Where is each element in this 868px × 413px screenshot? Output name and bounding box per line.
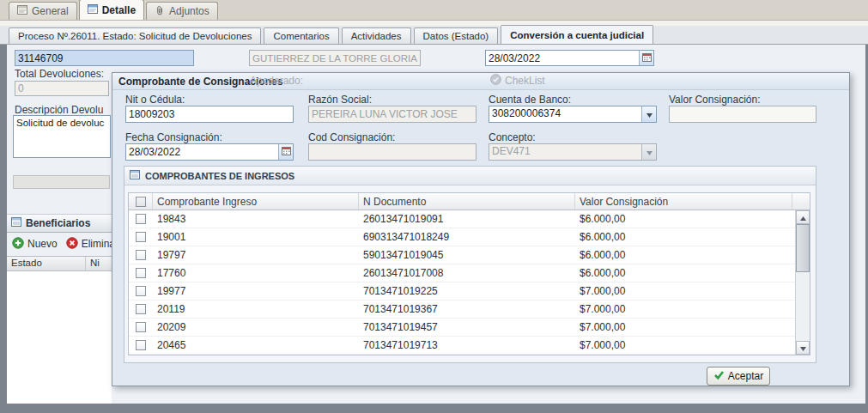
row-checkbox[interactable] xyxy=(136,232,146,242)
column-n-documento[interactable]: N Documento xyxy=(359,193,575,210)
nombre-field[interactable] xyxy=(249,50,421,66)
grid-header-row: Comprobante Ingreso N Documento Valor Co… xyxy=(129,193,810,210)
tab-datos-estado-label: Datos (Estado) xyxy=(423,31,489,41)
cell-documento: 7013471019457 xyxy=(359,321,575,333)
beneficiarios-toolbar: Nuevo Elimina xyxy=(7,233,112,255)
eliminar-button[interactable]: Elimina xyxy=(66,237,112,252)
fecha-consignacion-input[interactable] xyxy=(126,144,278,160)
form-icon xyxy=(17,5,27,17)
tab-proceso-label: Proceso Nº.26011. Estado: Solicitud de D… xyxy=(18,31,252,41)
checkbox-cell xyxy=(129,322,153,332)
cell-valor: $6.000,00 xyxy=(575,231,795,243)
row-checkbox[interactable] xyxy=(136,340,146,350)
tab-detalle[interactable]: Detalle xyxy=(79,0,144,20)
table-row[interactable]: 20119 7013471019367 $7.000,00 xyxy=(129,301,795,319)
row-checkbox[interactable] xyxy=(136,286,146,296)
scroll-up-button[interactable] xyxy=(796,210,810,224)
razon-label: Razón Social: xyxy=(308,94,372,106)
table-row[interactable]: 19797 59013471019045 $6.000,00 xyxy=(129,246,795,264)
beneficiarios-icon xyxy=(11,217,21,229)
app-window: General Detalle Adjuntos Proceso Nº.2601… xyxy=(0,0,868,413)
header-checkbox[interactable] xyxy=(136,197,146,207)
fecha-proceso-field[interactable] xyxy=(485,50,654,66)
tab-general[interactable]: General xyxy=(9,2,77,20)
concepto-label: Concepto: xyxy=(489,131,536,143)
row-checkbox[interactable] xyxy=(136,268,146,278)
concepto-value: DEV471 xyxy=(489,144,641,160)
header-filler xyxy=(792,193,810,210)
aceptar-label: Aceptar xyxy=(728,370,763,382)
scrollbar-track[interactable] xyxy=(796,272,810,341)
row-checkbox[interactable] xyxy=(136,214,146,224)
nit-field[interactable] xyxy=(125,106,294,123)
dialog-titlebar[interactable]: Comprobante de Consignaciones xyxy=(112,73,849,90)
numero-proceso-field[interactable] xyxy=(15,50,194,66)
checkbox-cell xyxy=(129,250,153,260)
cell-comprobante: 17760 xyxy=(153,267,359,279)
grid-scrollbar[interactable] xyxy=(795,210,810,355)
column-comprobante-ingreso[interactable]: Comprobante Ingreso xyxy=(153,193,359,210)
tab-actividades[interactable]: Actividades xyxy=(342,27,411,44)
table-row[interactable]: 17760 26013471017008 $6.000,00 xyxy=(129,264,795,282)
cuenta-banco-combobox[interactable]: 308200006374 xyxy=(489,106,657,123)
table-row[interactable]: 20209 7013471019457 $7.000,00 xyxy=(129,319,795,337)
table-row[interactable]: 19977 7013471019225 $7.000,00 xyxy=(129,282,795,301)
row-checkbox[interactable] xyxy=(136,322,146,332)
nit-label: Nit o Cédula: xyxy=(125,94,185,106)
add-icon xyxy=(12,237,24,252)
cell-documento: 26013471017008 xyxy=(359,267,575,279)
section-tabstrip: Proceso Nº.26011. Estado: Solicitud de D… xyxy=(0,26,868,45)
select-all-cell[interactable] xyxy=(129,193,153,210)
column-valor-consignacion[interactable]: Valor Consignación xyxy=(575,193,792,210)
cell-comprobante: 19001 xyxy=(153,231,359,243)
nuevo-label: Nuevo xyxy=(27,238,58,250)
tab-comentarios[interactable]: Comentarios xyxy=(264,27,338,44)
cell-documento: 59013471019045 xyxy=(359,249,575,261)
fecha-calendar-button[interactable] xyxy=(278,144,293,160)
fecha-consignacion-field[interactable] xyxy=(125,143,294,161)
nuevo-button[interactable]: Nuevo xyxy=(12,237,58,252)
fecha-proceso-input[interactable] xyxy=(486,51,639,65)
cell-documento: 7013471019225 xyxy=(359,285,575,297)
cheklist-label: ChekList xyxy=(505,75,545,87)
form-strip xyxy=(13,175,110,189)
aceptar-button[interactable]: Aceptar xyxy=(707,367,770,386)
calendar-dropdown-button[interactable] xyxy=(639,51,653,65)
descripcion-textarea[interactable]: Solicitud de devoluc xyxy=(13,115,111,158)
concepto-combobox[interactable]: DEV471 xyxy=(489,143,657,161)
row-checkbox[interactable] xyxy=(136,304,146,314)
tab-actividades-label: Actividades xyxy=(351,31,402,41)
cell-documento: 7013471019367 xyxy=(359,303,575,315)
cell-valor: $7.000,00 xyxy=(575,303,795,315)
column-estado[interactable]: Estado xyxy=(7,257,86,270)
cell-comprobante: 20209 xyxy=(153,321,359,333)
row-checkbox[interactable] xyxy=(136,250,146,260)
razon-field[interactable] xyxy=(308,106,476,123)
scrollbar-thumb[interactable] xyxy=(796,224,810,272)
concepto-dropdown-button[interactable] xyxy=(641,144,656,160)
table-row[interactable]: 19001 690313471018249 $6.000,00 xyxy=(129,228,795,246)
descripcion-label: Descripción Devolu xyxy=(15,104,111,116)
checkbox-cell xyxy=(129,340,153,350)
cell-comprobante: 19843 xyxy=(153,213,359,225)
chevron-down-icon xyxy=(646,108,653,120)
cell-valor: $6.000,00 xyxy=(575,267,795,279)
total-devoluciones-field[interactable] xyxy=(15,81,109,96)
valor-consignacion-field[interactable] xyxy=(669,106,816,123)
cell-valor: $6.000,00 xyxy=(575,249,795,261)
tab-comentarios-label: Comentarios xyxy=(273,31,329,41)
tab-datos-estado[interactable]: Datos (Estado) xyxy=(414,27,499,44)
cod-consignacion-field[interactable] xyxy=(308,143,476,161)
table-row[interactable]: 19843 26013471019091 $6.000,00 xyxy=(129,210,795,228)
comprobantes-group-header: COMPROBANTES DE INGRESOS xyxy=(124,167,816,185)
cuenta-dropdown-button[interactable] xyxy=(641,106,656,122)
detail-icon xyxy=(88,4,98,16)
scroll-down-button[interactable] xyxy=(796,341,810,355)
tab-proceso[interactable]: Proceso Nº.26011. Estado: Solicitud de D… xyxy=(9,27,261,44)
cell-documento: 7013471019713 xyxy=(359,339,575,351)
table-row[interactable]: 20465 7013471019713 $7.000,00 xyxy=(129,337,795,355)
column-nit[interactable]: Ni xyxy=(86,257,112,270)
comprobante-dialog: Comprobante de Consignaciones Nit o Cédu… xyxy=(112,72,850,386)
tab-adjuntos[interactable]: Adjuntos xyxy=(146,2,218,20)
tab-conversion-cuenta-judicial[interactable]: Conversión a cuenta judicial xyxy=(501,25,653,44)
